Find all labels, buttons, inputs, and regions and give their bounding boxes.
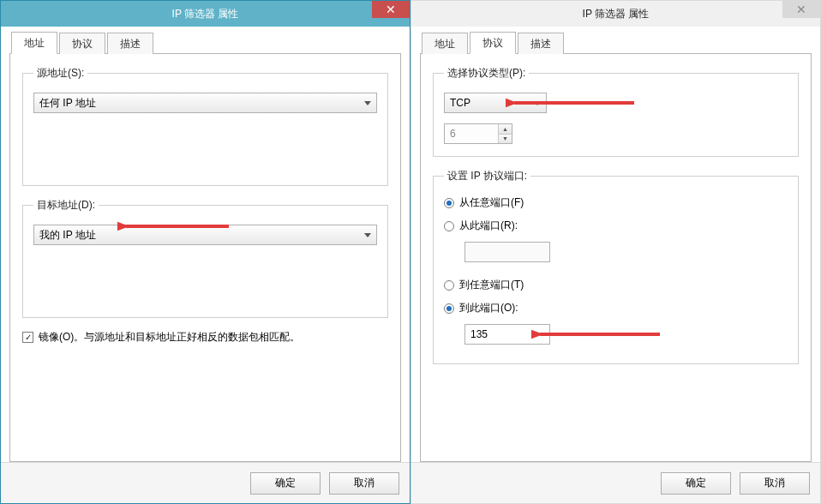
titlebar[interactable]: IP 筛选器 属性 ✕ bbox=[1, 1, 410, 27]
tab-protocol[interactable]: 协议 bbox=[59, 33, 105, 54]
from-any-label: 从任意端口(F) bbox=[459, 195, 524, 210]
from-port-input[interactable] bbox=[464, 242, 550, 262]
to-port-input[interactable]: 135 bbox=[464, 324, 550, 345]
to-this-port-radio[interactable]: 到此端口(O): bbox=[444, 301, 788, 315]
to-any-label: 到任意端口(T) bbox=[459, 278, 524, 292]
window-title: IP 筛选器 属性 bbox=[583, 7, 650, 21]
dialog-footer: 确定 取消 bbox=[411, 462, 820, 503]
tab-protocol[interactable]: 协议 bbox=[470, 32, 516, 54]
protocol-type-value: TCP bbox=[450, 97, 470, 109]
source-address-value: 任何 IP 地址 bbox=[39, 96, 96, 111]
protocol-number-value: 6 bbox=[445, 124, 498, 143]
ok-button[interactable]: 确定 bbox=[250, 472, 321, 495]
dialog-ip-filter-address: IP 筛选器 属性 ✕ 地址 协议 描述 源地址(S): 任何 IP 地址 目标… bbox=[0, 0, 410, 504]
chevron-down-icon bbox=[534, 101, 541, 105]
dialog-body: 地址 协议 描述 选择协议类型(P): TCP 6 bbox=[411, 27, 820, 462]
source-address-combo[interactable]: 任何 IP 地址 bbox=[33, 93, 377, 113]
from-this-label: 从此端口(R): bbox=[459, 219, 518, 233]
close-button[interactable]: ✕ bbox=[782, 1, 820, 18]
window-title: IP 筛选器 属性 bbox=[172, 7, 239, 21]
group-source-address: 源地址(S): 任何 IP 地址 bbox=[22, 66, 388, 186]
mirror-checkbox[interactable]: ✓ bbox=[22, 332, 33, 343]
dest-legend: 目标地址(D): bbox=[33, 198, 99, 213]
chevron-down-icon bbox=[364, 101, 371, 105]
group-dest-address: 目标地址(D): 我的 IP 地址 bbox=[22, 198, 388, 318]
radio-icon bbox=[444, 198, 454, 208]
cancel-button[interactable]: 取消 bbox=[740, 472, 810, 495]
dialog-ip-filter-protocol: IP 筛选器 属性 ✕ 地址 协议 描述 选择协议类型(P): TCP bbox=[410, 0, 821, 504]
ok-button[interactable]: 确定 bbox=[661, 472, 731, 495]
tab-address[interactable]: 地址 bbox=[422, 33, 468, 54]
ports-legend: 设置 IP 协议端口: bbox=[444, 169, 530, 183]
tab-address[interactable]: 地址 bbox=[11, 32, 57, 54]
from-this-port-radio[interactable]: 从此端口(R): bbox=[444, 219, 788, 233]
dest-address-value: 我的 IP 地址 bbox=[39, 228, 96, 243]
tab-description[interactable]: 描述 bbox=[518, 33, 564, 54]
to-this-label: 到此端口(O): bbox=[459, 301, 518, 315]
dialog-footer: 确定 取消 bbox=[1, 462, 410, 503]
titlebar[interactable]: IP 筛选器 属性 ✕ bbox=[411, 1, 820, 27]
annotation-arrow-icon bbox=[531, 324, 668, 345]
tab-page-address: 源地址(S): 任何 IP 地址 目标地址(D): 我的 IP 地址 bbox=[9, 54, 401, 462]
to-any-port-radio[interactable]: 到任意端口(T) bbox=[444, 278, 788, 292]
mirror-checkbox-row[interactable]: ✓ 镜像(O)。与源地址和目标地址正好相反的数据包相匹配。 bbox=[22, 330, 388, 345]
tab-page-protocol: 选择协议类型(P): TCP 6 ▲ ▼ bbox=[420, 54, 812, 462]
tab-description[interactable]: 描述 bbox=[107, 33, 153, 54]
protocol-type-combo[interactable]: TCP bbox=[444, 93, 547, 113]
radio-icon bbox=[444, 221, 454, 231]
spinner-down-icon[interactable]: ▼ bbox=[499, 135, 512, 144]
from-any-port-radio[interactable]: 从任意端口(F) bbox=[444, 195, 788, 210]
dest-address-combo[interactable]: 我的 IP 地址 bbox=[33, 225, 377, 245]
close-button[interactable]: ✕ bbox=[372, 1, 410, 18]
source-legend: 源地址(S): bbox=[33, 66, 87, 81]
group-protocol-ports: 设置 IP 协议端口: 从任意端口(F) 从此端口(R): 到任意端口(T bbox=[433, 169, 799, 364]
close-icon: ✕ bbox=[386, 3, 396, 15]
mirror-label: 镜像(O)。与源地址和目标地址正好相反的数据包相匹配。 bbox=[39, 330, 300, 345]
spinner-up-icon[interactable]: ▲ bbox=[499, 124, 512, 135]
to-port-value: 135 bbox=[470, 328, 488, 340]
protocol-legend: 选择协议类型(P): bbox=[444, 66, 529, 81]
radio-icon bbox=[444, 303, 454, 314]
dialog-body: 地址 协议 描述 源地址(S): 任何 IP 地址 目标地址(D): 我的 IP… bbox=[1, 27, 410, 462]
cancel-button[interactable]: 取消 bbox=[329, 472, 399, 495]
tab-strip: 地址 协议 描述 bbox=[420, 33, 812, 54]
radio-icon bbox=[444, 280, 454, 291]
close-icon: ✕ bbox=[796, 3, 806, 15]
group-protocol-type: 选择协议类型(P): TCP 6 ▲ ▼ bbox=[433, 66, 799, 157]
chevron-down-icon bbox=[364, 233, 371, 237]
tab-strip: 地址 协议 描述 bbox=[9, 33, 401, 54]
protocol-number-spinner[interactable]: 6 ▲ ▼ bbox=[444, 123, 512, 144]
